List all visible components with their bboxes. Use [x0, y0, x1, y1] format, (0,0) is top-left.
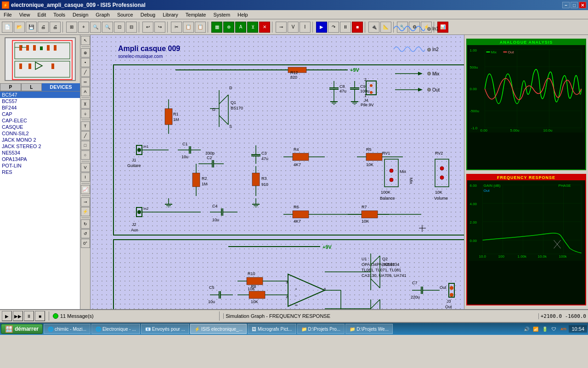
open-button[interactable]: 📂 — [14, 22, 25, 33]
svg-rect-142 — [435, 159, 449, 187]
volt-probe-button[interactable]: V — [288, 22, 299, 33]
net-tool[interactable]: A — [81, 87, 90, 96]
wire-tool[interactable]: ╱ — [81, 68, 90, 77]
taskbar-item-electronique[interactable]: 🌐 Electronique - ... — [91, 324, 140, 334]
rotate-ccw-tool[interactable]: ↺ — [81, 229, 90, 238]
menu-edit[interactable]: Edit — [34, 11, 50, 18]
minimize-button[interactable]: – — [562, 2, 570, 8]
pause-button[interactable]: ⏸ — [24, 311, 34, 321]
sim-tool[interactable]: ⚡ — [81, 207, 90, 216]
device-item-cap[interactable]: CAP — [0, 111, 80, 117]
power-tool[interactable]: ⊻ — [81, 99, 90, 109]
cut-button[interactable]: ✂ — [171, 22, 182, 33]
menu-design[interactable]: Design — [69, 11, 92, 18]
device-item-conn-sil2[interactable]: CONN-SIL2 — [0, 130, 80, 137]
rotate-cw-tool[interactable]: ↻ — [81, 219, 90, 229]
box-tool[interactable]: □ — [81, 141, 90, 150]
save-button[interactable]: 💾 — [26, 22, 37, 33]
close-button[interactable]: ✕ — [579, 2, 586, 8]
add-label-button[interactable]: A — [235, 22, 246, 33]
select-tool[interactable]: ↖ — [81, 36, 90, 45]
tab-l[interactable]: L — [21, 83, 42, 91]
frequency-graph[interactable]: FREQUENCY RESPONSE 6.00 4.00 — [466, 174, 586, 305]
copy-button[interactable]: 📋 — [183, 22, 194, 33]
device-item-bc557[interactable]: BC557 — [0, 98, 80, 104]
play-button[interactable]: ▶ — [2, 311, 12, 321]
delete-button[interactable]: ✕ — [259, 22, 270, 33]
curr-probe-button[interactable]: I — [300, 22, 311, 33]
device-item-res[interactable]: RES — [0, 169, 80, 175]
taskbar-item-projets-pro[interactable]: 📁 D:\Projets Pro... — [297, 324, 345, 334]
zoom-all-button[interactable]: ⊡ — [114, 22, 125, 33]
svg-text:R8: R8 — [251, 284, 256, 289]
zoom-in-button[interactable]: 🔍 — [90, 22, 101, 33]
svg-rect-9 — [19, 63, 22, 69]
angle-tool[interactable]: 0° — [81, 239, 90, 248]
print-button[interactable]: 🖨 — [38, 22, 49, 33]
add-wire-button[interactable]: ⊕ — [223, 22, 234, 33]
grid-button[interactable]: ⊞ — [66, 22, 77, 33]
device-item-pot-lin[interactable]: POT-LIN — [0, 162, 80, 169]
ares-button[interactable]: 📐 — [380, 22, 391, 33]
maximize-button[interactable]: □ — [571, 2, 578, 8]
run-sim-button[interactable]: ▶ — [316, 22, 327, 33]
probe-curr-tool[interactable]: I — [81, 172, 90, 182]
menu-library[interactable]: Library — [159, 11, 182, 18]
taskbar-item-envoyes[interactable]: 📧 Envoyés pour ... — [141, 324, 189, 334]
paste-button[interactable]: 📋 — [195, 22, 206, 33]
redo-button[interactable]: ↪ — [154, 22, 165, 33]
graph-tool[interactable]: 📈 — [81, 185, 90, 194]
gnd-tool[interactable]: ⏚ — [81, 109, 90, 118]
pause-sim-button[interactable]: ⏸ — [340, 22, 351, 33]
step-sim-button[interactable]: ↷ — [328, 22, 339, 33]
device-item-opa134pa[interactable]: OPA134PA — [0, 156, 80, 162]
tab-p[interactable]: P — [0, 83, 21, 91]
menu-view[interactable]: View — [16, 11, 34, 18]
menu-graph[interactable]: Graph — [92, 11, 113, 18]
menu-source[interactable]: Source — [113, 11, 137, 18]
add-power-button[interactable]: ⊻ — [247, 22, 258, 33]
taskbar-item-projets-we[interactable]: 📁 D:\Projets We... — [345, 324, 393, 334]
stop-button[interactable]: ■ — [35, 311, 45, 321]
device-item-jack-mono2[interactable]: JACK MONO 2 — [0, 137, 80, 143]
taskbar-item-micrografx[interactable]: 🖼 Micrografx Pict... — [248, 324, 296, 334]
menu-tools[interactable]: Tools — [50, 11, 69, 18]
device-item-jack-stereo2[interactable]: JACK STEREO 2 — [0, 143, 80, 150]
origin-button[interactable]: + — [78, 22, 89, 33]
zoom-sel-button[interactable]: ⊟ — [126, 22, 137, 33]
undo-button[interactable]: ↩ — [142, 22, 153, 33]
ffwd-button[interactable]: ▶▶ — [13, 311, 23, 321]
junction-tool[interactable]: • — [81, 58, 90, 67]
line-tool[interactable]: ╱ — [81, 131, 90, 140]
device-item-bf244[interactable]: BF244 — [0, 104, 80, 111]
svg-line-56 — [219, 115, 228, 125]
device-item-ne5534[interactable]: NE5534 — [0, 150, 80, 156]
stop-sim-button[interactable]: ■ — [352, 22, 363, 33]
component-tool[interactable]: ⊕ — [81, 48, 90, 58]
probe-volt-tool[interactable]: V — [81, 163, 90, 172]
bus-tool[interactable]: ═ — [81, 77, 90, 86]
menu-help[interactable]: Help — [234, 11, 252, 18]
device-item-casque[interactable]: CASQUE — [0, 124, 80, 130]
text-tool[interactable]: T — [81, 121, 90, 131]
menu-debug[interactable]: Debug — [137, 11, 159, 18]
menu-file[interactable]: File — [0, 11, 16, 18]
svg-text:1: 1 — [364, 93, 367, 98]
taskbar-item-chimicmozi[interactable]: 🌐 chimiic - Mozi... — [44, 324, 90, 334]
zoom-out-button[interactable]: 🔍 — [102, 22, 113, 33]
analogue-graph[interactable]: ANALOGUE ANALYSIS 1.00 500u 0.00 -5 — [466, 39, 586, 170]
probe-button[interactable]: ⊸ — [276, 22, 287, 33]
marker-tool[interactable]: ⊸ — [81, 197, 90, 207]
taskbar-item-isis[interactable]: ⚡ ISIS electronique_... — [190, 324, 247, 334]
device-item-cap-elec[interactable]: CAP-ELEC — [0, 117, 80, 124]
device-item-bc547[interactable]: BC547 — [0, 92, 80, 98]
menu-system[interactable]: System — [209, 11, 234, 18]
circle-tool[interactable]: ○ — [81, 150, 90, 160]
print-preview-button[interactable]: 🖨 — [50, 22, 61, 33]
start-button[interactable]: 🪟 démarrer — [1, 324, 43, 334]
isis-button[interactable]: 🔌 — [368, 22, 379, 33]
add-comp-button[interactable]: ▦ — [211, 22, 222, 33]
menu-template[interactable]: Template — [182, 11, 210, 18]
new-button[interactable]: 📄 — [2, 22, 13, 33]
svg-text:C5: C5 — [209, 285, 215, 290]
